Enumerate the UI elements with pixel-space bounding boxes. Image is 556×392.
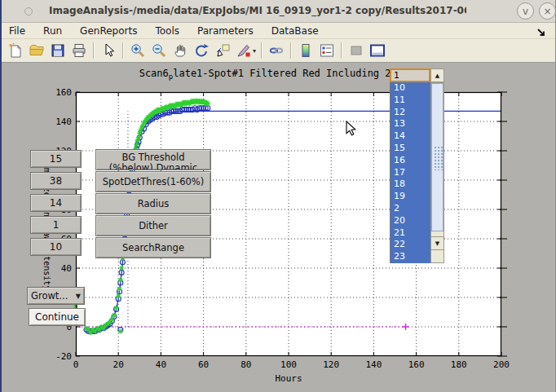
- dropdown-item[interactable]: 2: [391, 203, 431, 215]
- bg-threshold-field[interactable]: 15: [30, 150, 82, 168]
- spotdetthres-button[interactable]: SpotDetThres(1-60%): [95, 171, 211, 192]
- menubar: File Run GenReports Tools Parameters Dat…: [0, 23, 556, 39]
- dropdown-value-field[interactable]: 1: [390, 68, 430, 82]
- searchrange-button[interactable]: SearchRange: [95, 237, 211, 258]
- rotate-3d-icon[interactable]: [192, 41, 211, 60]
- x-tick-label: 160: [400, 359, 433, 370]
- insert-colorbar-icon[interactable]: [296, 41, 316, 60]
- titlebar[interactable]: ImageAnalysis-/media/data/ExpJobs/MI 16_…: [0, 0, 556, 23]
- x-tick-label: 180: [443, 359, 475, 370]
- dropdown-item[interactable]: 18: [391, 178, 431, 191]
- dither-button[interactable]: Dither: [95, 215, 211, 236]
- x-tick-label: 40: [144, 359, 177, 370]
- toolbar-separator: [261, 42, 263, 59]
- y-tick-label: 160: [41, 87, 72, 98]
- pan-hand-icon[interactable]: [170, 41, 190, 60]
- dropdown-item[interactable]: 14: [391, 130, 431, 143]
- x-tick-label: 80: [230, 359, 263, 370]
- bg-threshold-label2: (%below) Dynamic: [96, 163, 210, 170]
- link-plots-icon[interactable]: [267, 41, 286, 60]
- close-button[interactable]: ×: [539, 2, 556, 20]
- figure-canvas: Scan6plate1-Spot#1 Filtered Red Includin…: [0, 63, 556, 392]
- toolbar: ▾: [0, 39, 556, 63]
- brush-icon[interactable]: [234, 41, 254, 60]
- scroll-down-button[interactable]: ▼: [430, 236, 444, 250]
- toolbar-separator: [290, 42, 292, 59]
- toolbar-separator: [122, 42, 124, 59]
- mouse-cursor: [346, 121, 357, 137]
- x-tick-label: 200: [485, 359, 518, 370]
- x-tick-label: 140: [357, 359, 390, 370]
- application-window: ImageAnalysis-/media/data/ExpJobs/MI 16_…: [0, 0, 556, 392]
- dock-figure-window-icon[interactable]: [368, 41, 387, 60]
- brush-dropdown-caret[interactable]: ▾: [253, 47, 256, 55]
- dropdown-item[interactable]: 11: [391, 95, 431, 107]
- window-menu-button[interactable]: [24, 7, 33, 15]
- save-icon[interactable]: [48, 41, 68, 60]
- zoom-out-icon[interactable]: [149, 41, 169, 60]
- dropdown-item[interactable]: 13: [391, 118, 431, 130]
- dropdown-list: 10111213141516171819220212223: [390, 82, 431, 263]
- menu-parameters[interactable]: Parameters: [188, 25, 263, 37]
- window-border: [0, 0, 2, 392]
- growth-popup-label: Growt...: [31, 290, 68, 302]
- searchrange-field[interactable]: 10: [30, 238, 82, 256]
- data-cursor-icon[interactable]: [213, 41, 232, 60]
- menu-file[interactable]: File: [0, 25, 34, 37]
- y-tick-label: -20: [41, 351, 72, 362]
- window-title: ImageAnalysis-/media/data/ExpJobs/MI 16_…: [49, 5, 466, 16]
- y-tick-label: 140: [41, 117, 72, 127]
- dropdown-item[interactable]: 16: [391, 155, 431, 167]
- scroll-up-button[interactable]: ▲: [430, 68, 444, 82]
- bg-threshold-button[interactable]: BG Threshold (%below) Dynamic: [95, 149, 211, 170]
- insert-legend-icon[interactable]: [317, 41, 337, 60]
- dropdown-item[interactable]: 15: [391, 143, 431, 155]
- zoom-in-icon[interactable]: [128, 41, 148, 60]
- dropdown-item[interactable]: 10: [391, 82, 431, 95]
- menu-genreports[interactable]: GenReports: [71, 25, 146, 37]
- x-tick-label: 60: [188, 359, 220, 370]
- scrollbar-grip: [434, 146, 443, 170]
- continue-button[interactable]: Continue: [29, 308, 86, 326]
- radius-field[interactable]: 14: [30, 194, 82, 212]
- menu-run[interactable]: Run: [34, 25, 71, 37]
- popup-arrow-icon: ▼: [76, 293, 81, 300]
- print-icon[interactable]: [69, 41, 89, 60]
- dropdown-item[interactable]: 21: [391, 227, 431, 240]
- menu-tools[interactable]: Tools: [146, 25, 188, 37]
- radius-button[interactable]: Radius: [95, 193, 211, 214]
- menu-database[interactable]: DataBase: [263, 25, 328, 37]
- toolbar-separator: [341, 42, 342, 59]
- growth-popup-menu[interactable]: Growt... ▼: [27, 287, 85, 305]
- dither-field[interactable]: 1: [30, 216, 82, 234]
- new-file-icon[interactable]: [6, 41, 25, 60]
- dropdown-item[interactable]: 22: [391, 239, 431, 251]
- dropdown-item[interactable]: 17: [391, 167, 431, 179]
- toolbar-separator: [93, 42, 95, 59]
- disabled-icon: [346, 41, 366, 60]
- x-tick-label: 100: [272, 359, 305, 370]
- dropdown-item[interactable]: 19: [391, 191, 431, 203]
- x-tick-label: 20: [102, 359, 135, 370]
- pointer-icon[interactable]: [99, 41, 118, 60]
- scrollbar-thumb[interactable]: [431, 83, 443, 231]
- x-axis-label: Hours: [76, 373, 501, 384]
- dropdown-item[interactable]: 20: [391, 215, 431, 227]
- dropdown-item[interactable]: 12: [391, 107, 431, 119]
- x-tick-label: 120: [315, 359, 347, 370]
- shade-button[interactable]: v: [517, 2, 534, 20]
- spotdetthres-field[interactable]: 38: [30, 172, 82, 190]
- y-tick-label: 40: [41, 263, 72, 274]
- open-folder-icon[interactable]: [27, 41, 46, 60]
- dropdown-item[interactable]: 23: [391, 251, 431, 263]
